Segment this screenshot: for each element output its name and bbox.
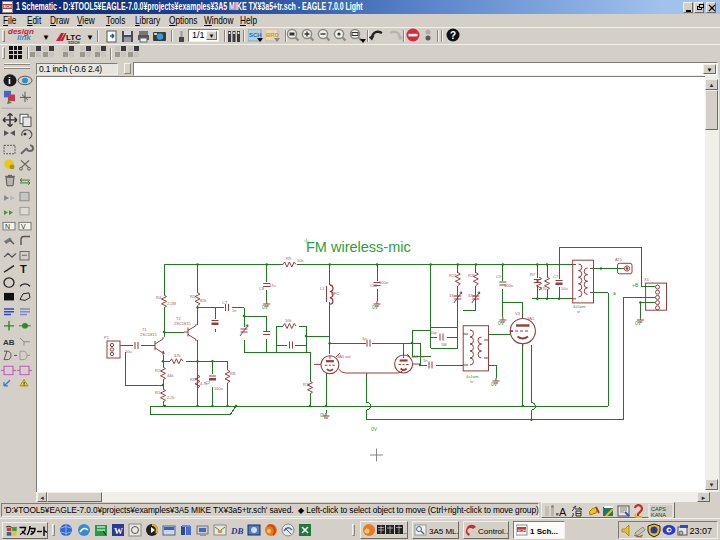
svg-text:0V: 0V	[498, 320, 505, 326]
svg-text:100u: 100u	[214, 386, 223, 391]
svg-text:DB: DB	[230, 526, 244, 536]
svg-text:0V: 0V	[320, 412, 327, 418]
svg-text:?: ?	[450, 30, 456, 41]
svg-text:1p: 1p	[362, 336, 367, 341]
svg-text:i: i	[8, 76, 11, 87]
svg-text:CAPS: CAPS	[651, 506, 666, 512]
svg-text:C7: C7	[222, 300, 228, 305]
svg-text:W: W	[114, 526, 123, 536]
svg-text:vr: vr	[577, 309, 581, 314]
svg-text:2.2k: 2.2k	[167, 395, 175, 400]
svg-text:47k: 47k	[540, 286, 546, 291]
svg-text:10p: 10p	[430, 330, 437, 335]
svg-text:SCH: SCH	[249, 32, 262, 38]
svg-text:vr: vr	[470, 379, 474, 384]
svg-text:3A5 ML..: 3A5 ML..	[429, 527, 459, 536]
svg-text:33p: 33p	[449, 293, 456, 298]
svg-text:C21: C21	[370, 283, 378, 288]
svg-text:V3: V3	[515, 311, 521, 316]
svg-text:C9: C9	[496, 274, 502, 279]
svg-text:10k: 10k	[297, 258, 303, 263]
svg-text:C8: C8	[259, 286, 265, 291]
svg-text:P1: P1	[104, 335, 110, 340]
svg-text:10u: 10u	[561, 286, 568, 291]
svg-text:33p: 33p	[468, 293, 475, 298]
svg-text:R1: R1	[155, 390, 161, 395]
svg-text:T: T	[20, 263, 27, 275]
svg-text:..: ..	[403, 528, 407, 535]
svg-text:2.2M: 2.2M	[167, 301, 176, 306]
svg-text:47u: 47u	[269, 283, 276, 288]
svg-text:10u: 10u	[125, 349, 132, 354]
svg-text:V: V	[21, 223, 26, 230]
svg-text:1n: 1n	[232, 308, 236, 313]
svg-text:R8: R8	[230, 371, 236, 376]
svg-text:100n: 100n	[504, 283, 513, 288]
svg-text:1M: 1M	[441, 342, 447, 347]
svg-text:3A5: 3A5	[527, 316, 535, 321]
svg-text:3A5 vol: 3A5 vol	[337, 354, 350, 359]
svg-text:a: a	[613, 290, 616, 296]
svg-text:R2: R2	[155, 368, 161, 373]
svg-text:R5: R5	[190, 294, 196, 299]
svg-text:X1: X1	[644, 277, 650, 282]
svg-text:10k: 10k	[285, 318, 291, 323]
svg-text:R13: R13	[303, 382, 311, 387]
svg-text:C2: C2	[205, 380, 211, 385]
svg-text:R21: R21	[449, 273, 457, 278]
svg-text:2SC1815: 2SC1815	[140, 332, 157, 337]
svg-text:BRD: BRD	[266, 32, 280, 38]
svg-text:0V: 0V	[262, 304, 269, 310]
svg-text:0V: 0V	[372, 304, 379, 310]
svg-text:N: N	[5, 223, 10, 230]
svg-text:AB: AB	[3, 338, 15, 347]
svg-text:R7: R7	[530, 272, 536, 277]
svg-text:R9: R9	[286, 256, 292, 261]
svg-text:C7: C7	[553, 274, 559, 279]
svg-text:R6: R6	[190, 377, 196, 382]
svg-text:+B: +B	[632, 282, 639, 288]
svg-text:82k: 82k	[200, 298, 206, 303]
svg-text:1n: 1n	[423, 358, 427, 363]
svg-text:0V: 0V	[635, 320, 642, 326]
svg-text:47k: 47k	[174, 353, 180, 358]
svg-text:0V: 0V	[491, 381, 498, 387]
svg-text:2SC1815: 2SC1815	[174, 321, 191, 326]
svg-text:FM wireless-mic: FM wireless-mic	[306, 239, 411, 255]
svg-text:1 Sch...: 1 Sch...	[530, 527, 558, 536]
svg-text:L1: L1	[320, 286, 325, 291]
svg-text:RFC: RFC	[331, 291, 339, 296]
svg-text:100n: 100n	[379, 280, 388, 285]
svg-text:R20: R20	[468, 273, 476, 278]
svg-text:AT1: AT1	[615, 257, 623, 262]
svg-text:!: !	[23, 381, 25, 387]
svg-text:R4: R4	[156, 295, 162, 300]
svg-text:Control..: Control..	[478, 527, 508, 536]
svg-text:44k: 44k	[167, 373, 173, 378]
svg-text:0V: 0V	[371, 426, 378, 432]
svg-text:SCH: SCH	[518, 528, 527, 533]
svg-text:A: A	[559, 506, 567, 518]
